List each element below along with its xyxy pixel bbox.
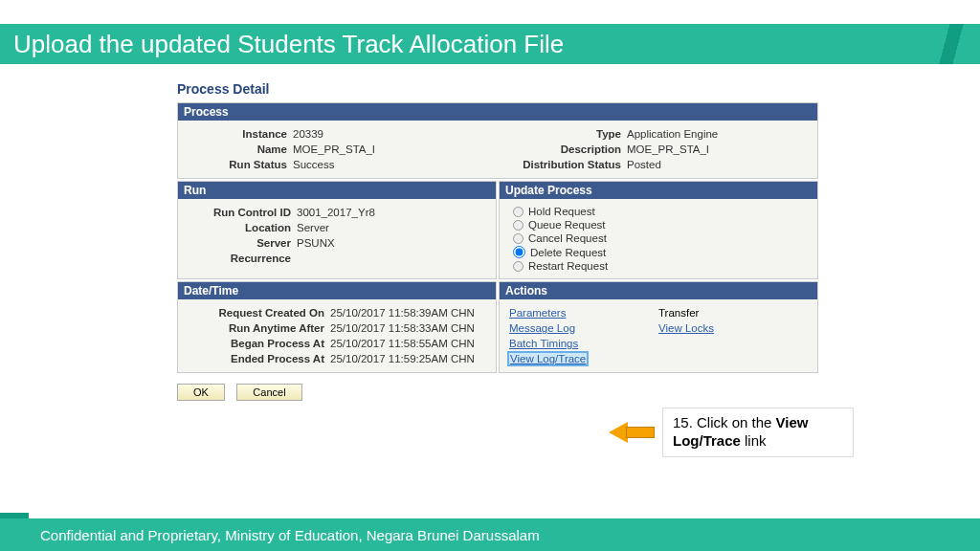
parameters-link[interactable]: Parameters [509,307,566,319]
server-value: PSUNX [297,237,335,249]
datetime-header: Date/Time [178,282,496,299]
rcid-label: Run Control ID [182,207,297,218]
callout-step: 15. Click on the [673,414,776,430]
update-process-panel: Update Process Hold Request Queue Reques… [499,181,818,279]
cancel-label: Cancel Request [528,232,607,244]
recurrence-label: Recurrence [182,253,297,264]
desc-value: MOE_PR_STA_I [627,143,709,155]
anytime-value: 25/10/2017 11:58:33AM CHN [330,322,475,334]
restart-request-option[interactable]: Restart Request [503,259,813,273]
name-value: MOE_PR_STA_I [293,143,375,155]
hold-request-option[interactable]: Hold Request [503,205,813,218]
batch-timings-link[interactable]: Batch Timings [509,338,578,349]
transfer-text: Transfer [658,307,699,319]
runstatus-label: Run Status [178,159,293,170]
location-value: Server [297,222,329,233]
began-value: 25/10/2017 11:58:55AM CHN [330,338,475,349]
callout-after: link [741,432,767,449]
page-heading: Process Detail [177,81,818,97]
cancel-button[interactable]: Cancel [236,384,301,401]
message-log-link[interactable]: Message Log [509,322,575,334]
dist-label: Distribution Status [498,159,627,170]
radio-icon [513,220,523,231]
actions-header: Actions [500,282,817,299]
radio-icon [513,261,523,272]
footer-text: Confidential and Proprietary, Ministry o… [40,527,540,543]
radio-icon [513,233,523,244]
radio-icon [513,207,523,217]
created-value: 25/10/2017 11:58:39AM CHN [330,307,475,319]
type-label: Type [498,128,627,140]
view-locks-link[interactable]: View Locks [658,322,714,334]
began-label: Began Process At [182,338,330,349]
anytime-label: Run Anytime After [182,322,330,334]
hold-label: Hold Request [528,206,595,217]
run-panel: Run Run Control ID3001_2017_Yr8 Location… [177,181,497,279]
title-bar: Upload the updated Students Track Alloca… [0,24,980,64]
name-label: Name [178,143,293,155]
instance-value: 20339 [293,128,323,140]
footer-bar: Confidential and Proprietary, Ministry o… [0,518,980,551]
content-area: Process Detail Process Instance20339 Nam… [177,81,818,401]
server-label: Server [182,237,297,249]
process-panel: Process Instance20339 NameMOE_PR_STA_I R… [177,102,818,179]
delete-label: Delete Request [530,247,606,258]
rcid-value: 3001_2017_Yr8 [297,207,375,218]
restart-label: Restart Request [528,260,608,272]
type-value: Application Engine [627,128,718,140]
queue-request-option[interactable]: Queue Request [503,218,813,231]
button-row: OK Cancel [177,383,818,401]
created-label: Request Created On [182,307,330,319]
arrow-left-icon [609,422,655,443]
cancel-request-option[interactable]: Cancel Request [503,231,813,245]
desc-label: Description [498,143,627,155]
ended-label: Ended Process At [182,353,330,364]
run-header: Run [178,182,496,199]
view-log-trace-link[interactable]: View Log/Trace [509,353,587,364]
dist-value: Posted [627,159,661,170]
instruction-callout: 15. Click on the View Log/Trace link [609,408,854,457]
callout-text: 15. Click on the View Log/Trace link [662,408,854,457]
radio-icon[interactable] [513,246,525,258]
datetime-panel: Date/Time Request Created On25/10/2017 1… [177,281,497,373]
delete-request-option[interactable]: Delete Request [503,245,813,259]
process-header: Process [178,103,817,121]
ended-value: 25/10/2017 11:59:25AM CHN [330,353,475,364]
ok-button[interactable]: OK [177,384,225,401]
location-label: Location [182,222,297,233]
instance-label: Instance [178,128,293,140]
slide-title: Upload the updated Students Track Alloca… [0,26,577,63]
update-header: Update Process [500,182,817,199]
actions-panel: Actions Parameters Transfer Message Log … [499,281,818,373]
queue-label: Queue Request [528,219,606,231]
runstatus-value: Success [293,159,334,170]
